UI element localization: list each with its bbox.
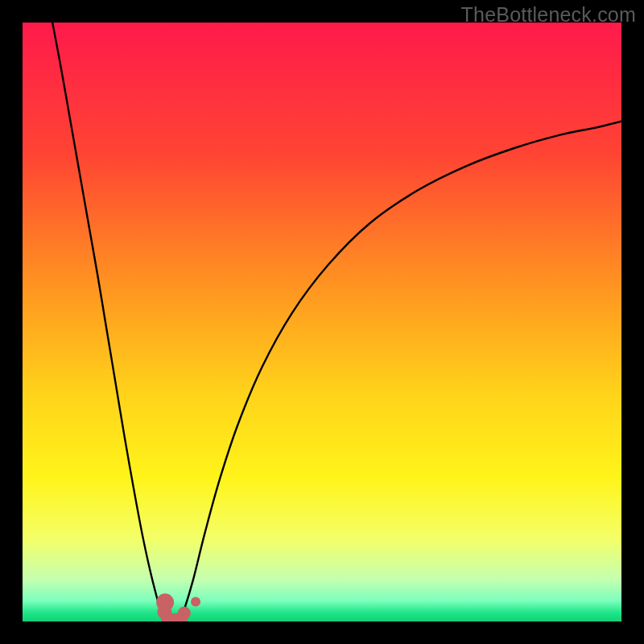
watermark-text: TheBottleneck.com (461, 3, 636, 27)
bottleneck-chart (23, 23, 621, 621)
chart-frame: TheBottleneck.com (0, 0, 644, 644)
marker-dot (191, 597, 200, 606)
marker-dot (178, 607, 191, 620)
gradient-background (23, 23, 621, 621)
